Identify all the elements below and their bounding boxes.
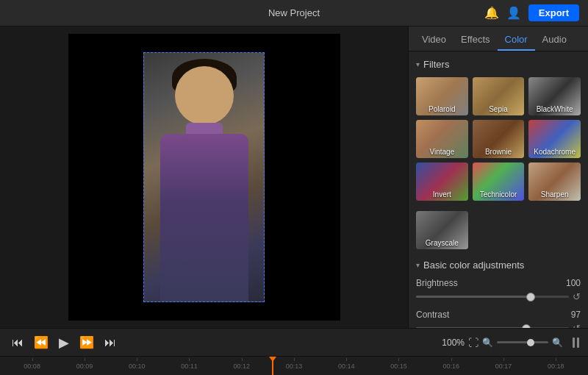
tab-video[interactable]: Video xyxy=(415,26,453,51)
tab-bar: Video Effects Color Audio xyxy=(409,26,588,51)
filter-grayscale-label: Grayscale xyxy=(416,239,468,247)
brightness-thumb[interactable] xyxy=(526,293,535,301)
contrast-row: Contrast 97 ↺ xyxy=(416,310,581,328)
video-person xyxy=(143,52,265,302)
filter-invert[interactable]: Invert xyxy=(416,162,468,201)
time-mark-1: 00:09 xyxy=(58,362,110,370)
filter-sepia[interactable]: Sepia xyxy=(473,77,525,115)
skip-to-start-button[interactable]: ⏮ xyxy=(9,335,26,351)
filter-sharpen[interactable]: Sharpen xyxy=(528,162,581,201)
contrast-track[interactable] xyxy=(416,327,569,328)
fullscreen-icon[interactable]: ⛶ xyxy=(468,337,478,349)
zoom-section: 100% ⛶ 🔍 🔍 xyxy=(442,337,579,349)
brightness-reset-icon[interactable]: ↺ xyxy=(573,291,581,302)
time-mark-9: 00:17 xyxy=(477,362,529,370)
time-mark-0: 00:08 xyxy=(6,362,58,370)
header: New Project 🔔 👤 Export xyxy=(0,0,588,26)
time-mark-2: 00:10 xyxy=(111,362,163,370)
filter-technicolor-label: Technicolor xyxy=(473,190,525,199)
user-icon[interactable]: 👤 xyxy=(506,6,521,20)
fast-forward-button[interactable]: ⏩ xyxy=(76,334,97,351)
filter-grid: Polaroid Sepia BlackWhite Vintage B xyxy=(416,77,581,201)
filter-row-last: Grayscale xyxy=(416,211,581,249)
time-mark-3: 00:11 xyxy=(163,362,215,370)
time-mark-7: 00:15 xyxy=(373,362,425,370)
header-actions: 🔔 👤 Export xyxy=(484,4,579,21)
project-title: New Project xyxy=(268,7,320,18)
contrast-label-row: Contrast 97 xyxy=(416,310,581,320)
filter-brownie-label: Brownie xyxy=(473,148,525,156)
pause-bar-left xyxy=(573,338,575,348)
time-mark-5: 00:13 xyxy=(268,362,320,370)
filter-invert-label: Invert xyxy=(416,190,468,199)
filter-polaroid-label: Polaroid xyxy=(416,105,468,113)
time-mark-6: 00:14 xyxy=(320,362,373,370)
contrast-thumb[interactable] xyxy=(522,324,531,329)
brightness-track-row: ↺ xyxy=(416,291,581,302)
brightness-track[interactable] xyxy=(416,296,569,298)
export-button[interactable]: Export xyxy=(528,4,579,21)
video-area xyxy=(0,26,408,328)
play-button[interactable]: ▶ xyxy=(56,333,72,352)
bottom-controls: ⏮ ⏪ ▶ ⏩ ⏭ 100% ⛶ 🔍 🔍 xyxy=(0,328,588,356)
pause-indicator xyxy=(573,338,579,348)
adjustments-section-header[interactable]: ▾ Basic color adjustments xyxy=(416,260,581,271)
brightness-row: Brightness 100 ↺ xyxy=(416,278,581,302)
time-mark-4: 00:12 xyxy=(215,362,268,370)
zoom-slider[interactable] xyxy=(497,341,548,343)
zoom-level-label: 100% xyxy=(442,338,465,348)
adjustments-label: Basic color adjustments xyxy=(423,260,524,271)
tab-audio[interactable]: Audio xyxy=(535,26,574,51)
person-face xyxy=(175,66,234,125)
panel-content: ▾ Filters Polaroid Sepia BlackWhite xyxy=(409,51,588,328)
filter-kodachrome-label: Kodachrome xyxy=(528,148,581,156)
filter-sharpen-label: Sharpen xyxy=(528,190,581,199)
timeline[interactable]: 00:08 00:09 00:10 00:11 00:12 00:13 00:1… xyxy=(0,356,588,375)
contrast-reset-icon[interactable]: ↺ xyxy=(573,323,581,328)
tab-effects[interactable]: Effects xyxy=(453,26,498,51)
brightness-label-row: Brightness 100 xyxy=(416,278,581,288)
tab-color[interactable]: Color xyxy=(498,26,535,51)
filter-sepia-label: Sepia xyxy=(473,105,525,113)
filter-vintage-label: Vintage xyxy=(416,148,468,156)
contrast-track-row: ↺ xyxy=(416,323,581,328)
bell-icon[interactable]: 🔔 xyxy=(484,6,499,20)
filter-kodachrome[interactable]: Kodachrome xyxy=(528,120,581,158)
adjustments-chevron: ▾ xyxy=(416,261,420,269)
filters-label: Filters xyxy=(423,59,449,70)
brightness-fill xyxy=(416,296,531,298)
filter-bw[interactable]: BlackWhite xyxy=(528,77,581,115)
contrast-fill xyxy=(416,327,526,328)
filter-vintage[interactable]: Vintage xyxy=(416,120,468,158)
skip-to-end-button[interactable]: ⏭ xyxy=(101,335,119,351)
right-panel: Video Effects Color Audio ▾ Filters xyxy=(408,26,588,328)
filter-grayscale[interactable]: Grayscale xyxy=(416,211,468,249)
filters-chevron: ▾ xyxy=(416,60,420,68)
adjustments-section: ▾ Basic color adjustments Brightness 100 xyxy=(416,260,581,328)
filter-polaroid[interactable]: Polaroid xyxy=(416,77,468,115)
contrast-label: Contrast xyxy=(416,310,449,320)
brightness-value: 100 xyxy=(566,278,581,288)
filter-bw-label: BlackWhite xyxy=(528,105,581,113)
brightness-label: Brightness xyxy=(416,278,458,288)
main-area: Video Effects Color Audio ▾ Filters xyxy=(0,26,588,328)
filter-brownie[interactable]: Brownie xyxy=(473,120,525,158)
pause-bar-right xyxy=(577,338,579,348)
rewind-button[interactable]: ⏪ xyxy=(31,334,51,351)
zoom-out-icon[interactable]: 🔍 xyxy=(482,338,493,348)
contrast-value: 97 xyxy=(571,310,581,320)
zoom-thumb[interactable] xyxy=(527,339,534,346)
time-mark-8: 00:16 xyxy=(425,362,477,370)
filter-technicolor[interactable]: Technicolor xyxy=(473,162,525,201)
time-mark-10: 00:18 xyxy=(530,362,582,370)
timeline-marks: 00:08 00:09 00:10 00:11 00:12 00:13 00:1… xyxy=(6,362,582,370)
filters-section-header[interactable]: ▾ Filters xyxy=(416,59,581,70)
zoom-in-icon[interactable]: 🔍 xyxy=(552,338,563,348)
video-canvas xyxy=(68,34,340,321)
person-body xyxy=(160,134,248,302)
